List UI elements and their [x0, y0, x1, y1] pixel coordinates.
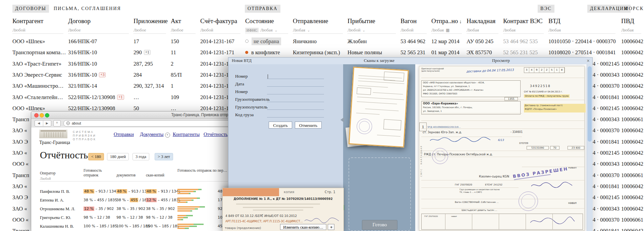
site-logo[interactable]: Транс-Граница — [39, 140, 70, 145]
period-chip[interactable]: 180 дней — [107, 153, 129, 160]
dialog-title-scans: Сканы к загрузке — [343, 58, 415, 63]
change-scan-button[interactable]: Изменить скан-копию… — [280, 224, 326, 230]
done-button[interactable]: Готово — [362, 220, 397, 230]
cancel-button[interactable]: Отменить — [295, 122, 322, 129]
cell-vtd: 4 · 0000370 — [593, 170, 620, 181]
filter-waybill[interactable]: Любая — [467, 27, 479, 33]
contract-ref: СНГ № 65/13/АКВ от 04.04.2013 г. — [524, 90, 562, 93]
cell-counterparty: ЗАО «Траст-Египет» — [12, 58, 61, 69]
operator-name: Калашникова Н. В. — [40, 222, 74, 231]
field-input[interactable] — [267, 109, 324, 110]
scan-line — [377, 135, 400, 137]
column-ves-contract: Контракт ВЭСЛюбая — [503, 17, 543, 25]
close-icon[interactable]: × — [587, 58, 590, 64]
handwriting-squiggle — [429, 137, 496, 143]
form-line — [421, 100, 584, 100]
report-divider — [40, 181, 228, 181]
preview-scrollbar[interactable] — [587, 64, 593, 231]
filter-wagon[interactable]: Любой — [400, 27, 414, 33]
filter-vtd[interactable]: Любая — [548, 27, 561, 33]
nav-documents[interactable]: Документы+ — [140, 132, 170, 138]
cell-pvd: 10006042 — [621, 181, 643, 192]
form-line — [421, 199, 584, 199]
nav-shipments[interactable]: Отправки — [114, 132, 134, 137]
filter-status[interactable]: ИФНСЛюбая⌄ — [245, 27, 277, 33]
column-shipments: Готовность — [84, 168, 102, 172]
wagon-note: Вагон СОБСТВЕННЫЙ. Собственник … — [455, 201, 499, 204]
field-input[interactable] — [267, 79, 324, 79]
cell-pvd: 10006061 — [621, 214, 643, 225]
field-label: Дата — [235, 81, 244, 87]
pull-scan-arrow[interactable] — [340, 117, 344, 123]
fastening-note: Груз размещен и закреплен согласно — [460, 188, 500, 190]
filter-sent-date[interactable]: Любая▦ — [431, 27, 449, 33]
operator-filter[interactable]: Любой — [40, 176, 51, 180]
cell-appendix: 284 — [133, 69, 142, 80]
period-chip[interactable]: 3 года — [132, 153, 149, 160]
tab-maritime[interactable]: МОРСКИЕ — [621, 5, 644, 13]
table-row[interactable]: Транспортная компа…316/НПК-10290+1112014… — [0, 47, 644, 58]
cell-pvd: 10006042 — [621, 92, 643, 103]
status-dot-icon — [245, 40, 249, 43]
weight-box: 23 400 — [568, 146, 584, 150]
filter-appendix[interactable]: Любое — [133, 27, 146, 33]
add-scan-button[interactable]: + — [328, 224, 334, 230]
scan-thumbnail[interactable] — [348, 67, 409, 148]
filter-counterparty[interactable]: Любой — [12, 27, 25, 33]
table-header: КонтрагентЛюбойДоговорЛюбоеПриложениеЛюб… — [0, 17, 644, 34]
readiness-shipments: 48 % – 913 / 1345 — [84, 187, 118, 196]
readiness-shipments: 98 % – 12 / 38 — [84, 213, 110, 222]
status-dot-icon — [245, 51, 248, 54]
scan-line — [357, 101, 397, 104]
readiness-scans: 48 % – 913 / 1345 — [146, 187, 181, 196]
period-chip[interactable]: < 180 — [88, 153, 104, 160]
scrollbar-thumb[interactable] — [588, 66, 592, 142]
nav-counterparties[interactable]: Контрагенты — [173, 132, 200, 137]
field-input[interactable] — [267, 102, 324, 102]
filter-departure[interactable]: Любая⌄ — [293, 27, 310, 33]
history-buttons[interactable]: ◀ ▶ — [35, 120, 51, 127]
back-icon[interactable]: ◀ — [35, 121, 43, 126]
forward-icon[interactable]: ▶ — [43, 121, 51, 126]
cell-act: 150 — [171, 36, 179, 47]
field-input[interactable] — [267, 86, 324, 87]
filter-invoice[interactable]: Любой — [200, 27, 213, 33]
header-divider — [245, 33, 288, 34]
tab-shipment[interactable]: ОТПРАВКА — [245, 5, 280, 13]
form-line — [421, 78, 584, 78]
field-label: Номер — [235, 89, 248, 94]
readiness-documents: 100 % – 185 / 185 — [116, 222, 150, 231]
cell-act: 109 — [171, 92, 179, 103]
field-input[interactable] — [267, 117, 324, 118]
field-input[interactable] — [267, 94, 324, 94]
create-button[interactable]: Создать — [269, 122, 292, 129]
tab-contracts[interactable]: ДОГОВОРЫ — [12, 5, 49, 13]
filter-ves-contract[interactable]: Любая — [503, 27, 516, 33]
new-tab-button[interactable]: + — [53, 120, 61, 127]
add-document-icon[interactable]: + — [165, 133, 170, 138]
filter-contract[interactable]: Любое — [68, 27, 81, 33]
column-status: СостояниеИФНСЛюбая⌄ — [245, 17, 274, 25]
cell-counterparty: ООО « — [12, 214, 29, 225]
cell-counterparty: ЗАО Эверест-Сервис — [12, 69, 62, 80]
filter-arrival[interactable]: Любой⌄ — [347, 27, 365, 33]
table-row[interactable]: ООО «Шпек»166/НПК-07171502014-1231-167не… — [0, 36, 644, 47]
grid-line — [526, 214, 526, 229]
filter-act[interactable]: Любое — [171, 27, 183, 33]
form-row: Номер — [228, 89, 343, 96]
nav-reports[interactable]: Отчётность — [204, 132, 228, 137]
operator-name: Отрошникова М. Л. — [40, 205, 75, 213]
cell-pvd: 10006042 — [621, 147, 643, 158]
tab-ves[interactable]: ВЭС — [538, 5, 554, 13]
cell-vtd: 4 · 0001841 — [593, 181, 620, 192]
cell-sent-date: 01 мар 2014 — [431, 47, 460, 58]
filter-pvd[interactable]: Любая — [621, 27, 634, 33]
cell-vtd: 4 · 0000343 — [593, 203, 620, 214]
cell-departure: Кизитеринка (эксп.) — [293, 47, 340, 58]
period-chip[interactable]: > 3 лет — [155, 153, 173, 160]
tab-letters-agreements[interactable]: ПИСЬМА, СОГЛАШЕНИЯ — [51, 5, 124, 13]
scan-text: 4 849 ОТ 02.10.12 /БЕРЁ ИНЫЕ/ОТ 02.10.20… — [225, 214, 297, 218]
header-divider — [293, 33, 343, 34]
address-bar[interactable]: about — [63, 120, 238, 127]
site-logo-subtitle: СИСТЕМА ПРИВЯЗКИ ОТПРАВОК — [73, 130, 96, 141]
